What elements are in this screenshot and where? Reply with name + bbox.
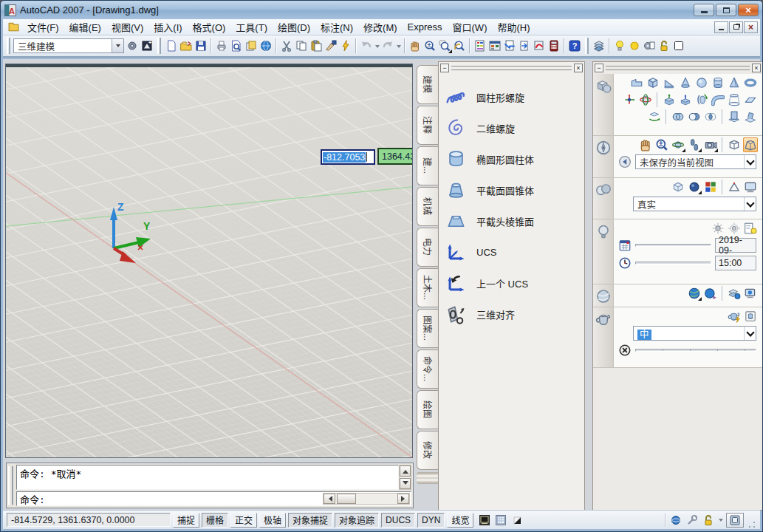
sun-time-slider[interactable] [635, 262, 711, 265]
palette-tool[interactable]: 上一个 UCS [446, 267, 584, 299]
dashboard-button[interactable] [638, 92, 653, 107]
dashboard-button[interactable] [694, 75, 709, 90]
status-toggle[interactable]: 正交 [230, 513, 257, 528]
palette-tab[interactable]: 建模 [417, 65, 438, 104]
dashboard-button[interactable] [703, 109, 718, 124]
named-view-combo[interactable]: 未保存的当前视图 [635, 154, 756, 169]
status-toggle[interactable]: 捕捉 [173, 513, 199, 528]
toolbar-button[interactable] [279, 38, 294, 53]
dashboard-button[interactable] [671, 109, 685, 124]
dashboard-grip[interactable] [606, 66, 750, 71]
tray-icon[interactable] [701, 513, 716, 528]
dashboard-button[interactable] [647, 109, 662, 124]
toolbar-button[interactable]: ± [422, 38, 437, 53]
toolbar-button[interactable] [627, 38, 642, 53]
toolbar-button[interactable] [408, 38, 422, 53]
palette-grip[interactable] [451, 66, 572, 71]
toolbar-button[interactable] [380, 38, 395, 53]
menu-item[interactable]: 修改(M) [358, 18, 403, 35]
command-window[interactable]: 命令: *取消* 命令: [6, 463, 414, 508]
dashboard-button[interactable] [727, 286, 742, 301]
toolbar-button[interactable] [229, 38, 244, 53]
palette-tool[interactable]: 二维螺旋 [446, 112, 584, 143]
toolbar-grip[interactable] [7, 38, 10, 54]
dashboard-button[interactable] [727, 109, 742, 124]
dashboard-button[interactable] [711, 92, 725, 107]
dashboard-button[interactable] [687, 180, 702, 194]
dashboard-button[interactable] [703, 137, 718, 152]
palette-tab[interactable]: 图案... [417, 309, 438, 348]
command-prompt[interactable]: 命令: [17, 492, 323, 506]
status-toggle[interactable]: 线宽 [447, 513, 473, 528]
toolbar-button[interactable] [259, 38, 273, 53]
render-icon[interactable] [595, 311, 612, 327]
scroll-right-button[interactable] [397, 494, 409, 504]
dashboard-button[interactable] [727, 221, 742, 236]
toolbar-button[interactable] [642, 38, 657, 53]
chevron-down-icon[interactable] [744, 327, 756, 340]
toolbar-button[interactable] [532, 38, 547, 53]
palette-tool[interactable]: 圆柱形螺旋 [446, 81, 584, 112]
toolbar-button[interactable] [309, 38, 324, 53]
status-toggle[interactable]: DUCS [381, 513, 415, 528]
menu-item[interactable]: 窗口(W) [448, 18, 493, 35]
menu-item[interactable]: 工具(T) [230, 18, 273, 35]
toolbar-button[interactable] [179, 38, 194, 53]
toolbar-button[interactable] [359, 38, 374, 53]
calendar-icon[interactable] [618, 239, 632, 252]
dashboard-button[interactable] [703, 286, 718, 301]
sun-time-value[interactable]: 15:00 [715, 256, 756, 270]
dropdown-arrow-icon[interactable] [717, 513, 724, 528]
command-scrollbar[interactable] [399, 465, 411, 490]
dashboard-button[interactable] [638, 137, 653, 152]
workspace-combo[interactable]: 三维建模 [13, 38, 124, 53]
toolbar-button[interactable] [164, 38, 179, 53]
status-toggle[interactable]: DYN [417, 513, 445, 528]
tray-icon[interactable] [668, 513, 683, 528]
dashboard-button[interactable] [727, 309, 742, 324]
chevron-down-icon[interactable] [744, 197, 756, 211]
scroll-left-button[interactable] [324, 494, 335, 504]
visual-style-icon[interactable] [595, 182, 612, 198]
dashboard-button[interactable] [703, 180, 718, 194]
dashboard-button[interactable] [678, 92, 693, 107]
dashboard-button[interactable] [687, 286, 702, 301]
previous-view-button[interactable] [618, 155, 632, 168]
dashboard-button[interactable] [743, 221, 758, 236]
dashboard-button[interactable] [629, 75, 644, 90]
visual-style-combo[interactable]: 真实 [633, 197, 756, 211]
resize-grip[interactable] [747, 520, 756, 529]
menu-item[interactable]: 标注(N) [315, 18, 358, 35]
dashboard-button[interactable] [662, 92, 677, 107]
close-button[interactable]: × [738, 4, 759, 16]
document-icon[interactable] [7, 21, 20, 33]
toolbar-grip[interactable] [585, 38, 589, 54]
toolbar-button[interactable] [671, 38, 686, 53]
mode-button[interactable] [510, 513, 524, 528]
tray-icon[interactable] [685, 513, 699, 528]
menu-item[interactable]: 帮助(H) [492, 18, 535, 35]
dashboard-button[interactable] [711, 75, 725, 90]
palette-tool[interactable]: 平截头棱锥面 [446, 205, 584, 236]
dashboard-button[interactable] [622, 92, 637, 107]
dashboard-button[interactable] [743, 286, 758, 301]
render-progress-slider[interactable] [635, 349, 756, 352]
toolbar-button[interactable] [592, 38, 606, 53]
toolbar-button[interactable] [547, 38, 561, 53]
dashboard-button[interactable]: ± [654, 137, 669, 152]
dashboard-button[interactable] [671, 137, 685, 152]
menu-item[interactable]: 绘图(D) [273, 18, 315, 35]
dashboard-button[interactable] [727, 75, 742, 90]
toolbar-button[interactable] [612, 38, 627, 53]
minimize-button[interactable] [694, 4, 714, 16]
palette-tab[interactable]: 土木... [417, 268, 438, 307]
dynamic-input-y[interactable]: 1364.4384 [377, 148, 413, 165]
toolbar-button[interactable] [324, 38, 338, 53]
menu-item[interactable]: 插入(I) [148, 18, 187, 35]
dashboard-close-button[interactable]: × [752, 64, 761, 72]
materials-icon[interactable] [595, 288, 612, 304]
palette-tab[interactable]: 机械 [417, 187, 438, 226]
dashboard-button[interactable] [727, 92, 742, 107]
menu-item[interactable]: 视图(V) [106, 18, 148, 35]
dynamic-input-x[interactable]: -812.7053 [321, 149, 375, 165]
